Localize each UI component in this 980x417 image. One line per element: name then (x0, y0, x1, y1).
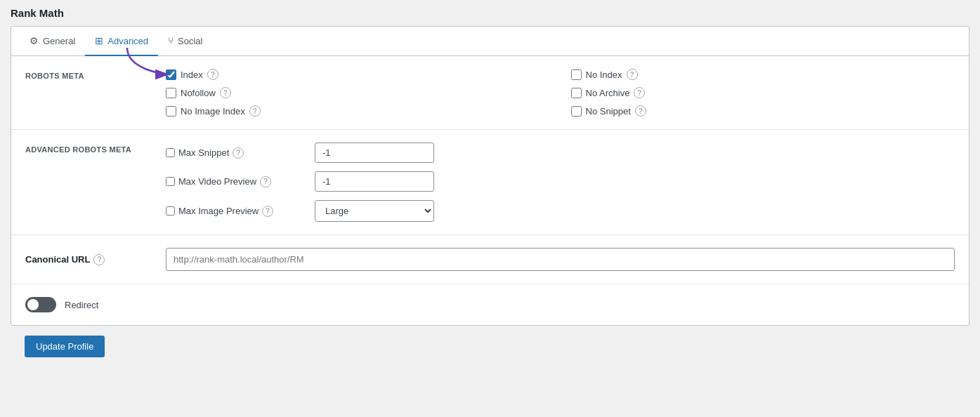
index-help-icon[interactable]: ? (207, 69, 218, 80)
max-video-preview-row: Max Video Preview ? (166, 171, 955, 192)
max-image-preview-select[interactable]: None Standard Large (315, 200, 434, 222)
tab-social-label: Social (178, 36, 202, 46)
nofollow-help-icon[interactable]: ? (220, 87, 231, 98)
max-snippet-row: Max Snippet ? (166, 143, 955, 163)
robots-meta-content: Index ? Nofollow ? No Image Index ? (166, 69, 955, 117)
no-snippet-checkbox[interactable] (571, 106, 582, 117)
no-image-index-checkbox[interactable] (166, 106, 176, 117)
redirect-toggle[interactable] (25, 297, 56, 312)
index-row: Index ? (166, 69, 550, 80)
robots-meta-label: ROBOTS META (25, 69, 166, 117)
no-archive-row: No Archive ? (571, 87, 955, 98)
tab-general-label: General (43, 36, 75, 46)
advanced-icon: ⊞ (95, 35, 103, 46)
max-video-preview-label: Max Video Preview (178, 176, 256, 187)
advanced-robots-meta-content: Max Snippet ? Max Video Preview ? (166, 143, 955, 222)
no-index-help-icon[interactable]: ? (627, 69, 638, 80)
max-snippet-help-icon[interactable]: ? (233, 147, 244, 159)
advanced-robots-meta-section: ADVANCED ROBOTS META Max Snippet ? Max V… (11, 130, 969, 235)
canonical-url-help-icon[interactable]: ? (93, 254, 105, 265)
max-image-preview-label: Max Image Preview (178, 206, 259, 216)
advanced-robots-meta-label: ADVANCED ROBOTS META (25, 143, 166, 222)
tabs-bar: ⚙ General ⊞ Advanced ⑂ Social (11, 27, 969, 56)
nofollow-checkbox[interactable] (166, 88, 176, 98)
tab-advanced[interactable]: ⊞ Advanced (85, 27, 158, 56)
robots-meta-section: ROBOTS META (11, 56, 969, 130)
max-snippet-label: Max Snippet (178, 147, 229, 158)
canonical-url-label: Canonical URL ? (25, 254, 166, 265)
tab-advanced-label: Advanced (107, 36, 148, 46)
main-card: ⚙ General ⊞ Advanced ⑂ Social ROBOTS MET… (11, 26, 969, 326)
max-video-preview-label-group: Max Video Preview ? (166, 176, 306, 187)
no-index-label: No Index (586, 70, 622, 80)
nofollow-label: Nofollow (181, 88, 216, 98)
max-snippet-label-group: Max Snippet ? (166, 147, 306, 159)
no-archive-label: No Archive (586, 88, 630, 98)
index-checkbox[interactable] (166, 70, 176, 80)
tab-social[interactable]: ⑂ Social (158, 27, 212, 56)
max-image-preview-label-group: Max Image Preview ? (166, 206, 306, 217)
max-video-preview-help-icon[interactable]: ? (260, 176, 271, 187)
robots-col2: No Index ? No Archive ? No Snippet ? (571, 69, 955, 117)
nofollow-row: Nofollow ? (166, 87, 550, 98)
toggle-slider (25, 297, 56, 312)
max-video-preview-input[interactable] (315, 171, 434, 192)
redirect-label: Redirect (65, 300, 98, 310)
tab-general[interactable]: ⚙ General (20, 27, 85, 56)
no-index-row: No Index ? (571, 69, 955, 80)
social-icon: ⑂ (168, 35, 174, 46)
no-image-index-label: No Image Index (181, 106, 245, 117)
canonical-url-input[interactable] (166, 248, 955, 271)
no-image-index-row: No Image Index ? (166, 105, 550, 117)
max-video-preview-checkbox[interactable] (166, 177, 175, 186)
max-image-preview-help-icon[interactable]: ? (262, 206, 273, 217)
canonical-url-section: Canonical URL ? (11, 235, 969, 284)
max-snippet-input[interactable] (315, 143, 434, 163)
max-image-preview-row: Max Image Preview ? None Standard Large (166, 200, 955, 222)
redirect-section: Redirect (11, 284, 969, 325)
max-image-preview-checkbox[interactable] (166, 206, 175, 216)
robots-col1: Index ? Nofollow ? No Image Index ? (166, 69, 550, 117)
max-snippet-checkbox[interactable] (166, 148, 175, 157)
no-snippet-row: No Snippet ? (571, 105, 955, 117)
gear-icon: ⚙ (30, 35, 39, 46)
update-profile-button[interactable]: Update Profile (25, 336, 105, 357)
footer: Update Profile (11, 326, 969, 367)
no-image-index-help-icon[interactable]: ? (249, 105, 261, 117)
canonical-url-label-text: Canonical URL (25, 254, 90, 265)
robots-grid: Index ? Nofollow ? No Image Index ? (166, 69, 955, 117)
no-snippet-label: No Snippet (586, 106, 631, 117)
no-archive-help-icon[interactable]: ? (634, 87, 645, 98)
index-label: Index (181, 70, 203, 80)
no-index-checkbox[interactable] (571, 70, 582, 80)
no-snippet-help-icon[interactable]: ? (635, 105, 646, 117)
no-archive-checkbox[interactable] (571, 88, 582, 98)
app-title: Rank Math (11, 7, 969, 19)
